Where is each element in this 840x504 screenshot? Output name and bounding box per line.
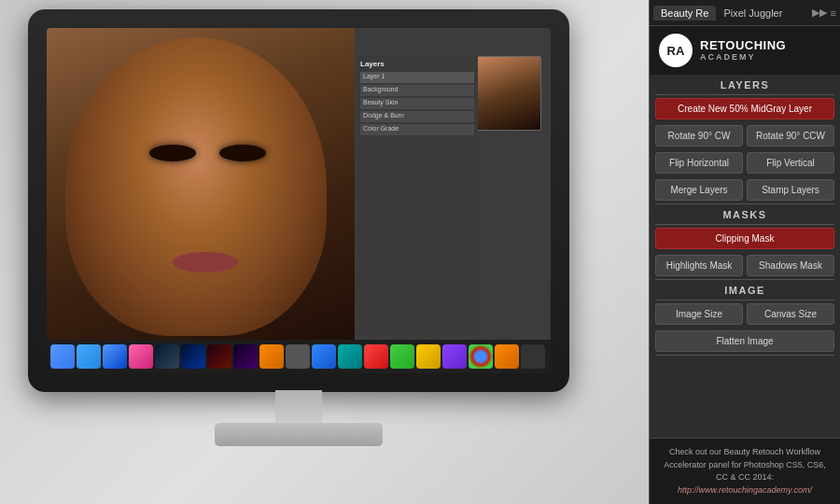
merge-stamp-btn-row: Merge Layers Stamp Layers (650, 176, 840, 203)
icon-dark1 (521, 344, 545, 369)
monitor-stand-neck (275, 390, 322, 427)
ra-logo-line2: ACADEMY (700, 52, 786, 63)
image-divider-bottom (655, 355, 834, 356)
icon-teal (338, 344, 362, 369)
finder-icon (50, 344, 75, 369)
portrait-eye-left (149, 145, 196, 161)
clipping-mask-btn-row: Clipping Mask (650, 225, 840, 252)
monitor: Layers Layer 1 Background Beauty Skin Do… (28, 9, 579, 467)
panel-logo-area: RA RETOUCHING ACADEMY (650, 26, 840, 75)
tab-pixel-juggler[interactable]: Pixel Juggler (716, 6, 790, 21)
flatten-image-button[interactable]: Flatten Image (655, 330, 834, 352)
ra-plugin-panel: Beauty Re Pixel Juggler ▶▶ ≡ RA RETOUCHI… (649, 0, 840, 504)
midgray-btn-row: Create New 50% MidGray Layer (650, 95, 840, 122)
panel-content: LAYERS Create New 50% MidGray Layer Rota… (650, 75, 840, 438)
icon-blue (312, 344, 336, 369)
panel-menu-icon[interactable]: ≡ (831, 7, 836, 19)
panel-tabs: Beauty Re Pixel Juggler ▶▶ ≡ (650, 0, 840, 26)
footer-line1: Check out our Beauty Retouch Workflow (669, 447, 820, 456)
portrait-background (47, 28, 355, 373)
clipping-mask-button[interactable]: Clipping Mask (655, 228, 834, 249)
footer-line2: Accelerator panel for Photoshop CS5, CS6… (664, 460, 826, 469)
panel-footer: Check out our Beauty Retouch Workflow Ac… (650, 438, 840, 504)
layers-section-header: LAYERS (650, 75, 840, 94)
portrait-eye-right (219, 145, 266, 161)
footer-link[interactable]: http://www.retouchingacademy.com/ (678, 485, 812, 495)
masks-section-header: MASKS (650, 204, 840, 224)
icon-green (390, 344, 414, 369)
rotate-btn-row: Rotate 90° CW Rotate 90° CCW (650, 122, 840, 149)
macos-dock (47, 340, 551, 373)
icon-orange2 (495, 344, 519, 369)
flatten-btn-row: Flatten Image (650, 328, 840, 355)
icon-purple (442, 344, 467, 369)
safari-icon (77, 344, 101, 369)
icon-orange (259, 344, 284, 369)
size-btn-row: Image Size Canvas Size (650, 301, 840, 328)
ra-logo-text-block: RETOUCHING ACADEMY (700, 38, 786, 63)
create-midgray-button[interactable]: Create New 50% MidGray Layer (655, 98, 834, 119)
icon-gray1 (286, 344, 310, 369)
image-section-header: IMAGE (650, 280, 840, 300)
canvas-size-button[interactable]: Canvas Size (747, 303, 834, 325)
ra-logo-initials: RA (659, 34, 693, 67)
flip-vertical-button[interactable]: Flip Vertical (747, 152, 834, 174)
thumbnail-photo (476, 56, 541, 131)
ps-panels: Layers Layer 1 Background Beauty Skin Do… (355, 28, 551, 373)
tab-beauty-retouch[interactable]: Beauty Re (653, 6, 716, 21)
icon-yellow (416, 344, 441, 369)
rotate-ccw-button[interactable]: Rotate 90° CCW (747, 125, 834, 147)
mail-icon (103, 344, 127, 369)
footer-line3: CC & CC 2014: (716, 472, 774, 482)
itunes-icon (129, 344, 153, 369)
ps-layers-panel: Layers Layer 1 Background Beauty Skin Do… (357, 56, 478, 336)
monitor-screen: Layers Layer 1 Background Beauty Skin Do… (47, 28, 551, 373)
icon-red (364, 344, 388, 369)
rotate-cw-button[interactable]: Rotate 90° CW (655, 125, 743, 147)
monitor-bezel: Layers Layer 1 Background Beauty Skin Do… (28, 9, 569, 392)
hl-shadows-btn-row: Highlights Mask Shadows Mask (650, 252, 840, 279)
photoshop-icon (181, 344, 205, 369)
portrait-lips (173, 252, 238, 273)
monitor-stand-base (215, 423, 383, 446)
highlights-mask-button[interactable]: Highlights Mask (655, 255, 743, 276)
image-size-button[interactable]: Image Size (655, 303, 743, 325)
lightroom-icon (155, 344, 179, 369)
tab-scroll-arrows[interactable]: ▶▶ (812, 7, 827, 19)
stamp-layers-button[interactable]: Stamp Layers (747, 179, 834, 201)
portrait-face (65, 37, 327, 336)
illustrator-icon (207, 344, 231, 369)
ra-logo-line1: RETOUCHING (700, 38, 786, 53)
shadows-mask-button[interactable]: Shadows Mask (747, 255, 834, 276)
flip-horizontal-button[interactable]: Flip Horizontal (655, 152, 743, 174)
indesign-icon (233, 344, 258, 369)
chrome-icon (469, 344, 493, 369)
flip-btn-row: Flip Horizontal Flip Vertical (650, 149, 840, 176)
merge-layers-button[interactable]: Merge Layers (655, 179, 743, 201)
